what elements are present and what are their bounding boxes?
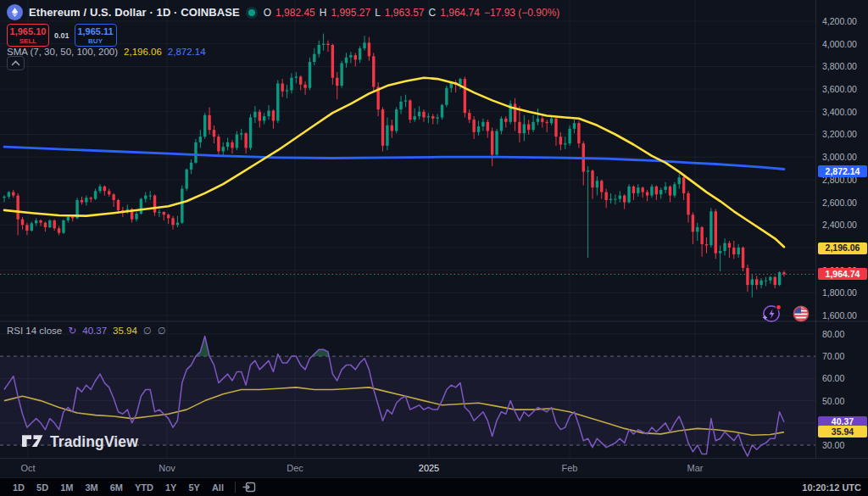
tradingview-watermark: TradingView (22, 433, 138, 451)
range-button-5d[interactable]: 5D (31, 481, 54, 494)
tradingview-logo-icon (22, 434, 43, 450)
candle-body (573, 123, 576, 129)
candle-body (431, 116, 434, 119)
time-axis-label-dec[interactable]: Dec (287, 463, 303, 473)
axis-tick-label: 1,600.00 (822, 310, 857, 320)
go-to-date-icon[interactable] (242, 481, 257, 493)
candle-body (31, 223, 33, 231)
range-button-1d[interactable]: 1D (7, 481, 31, 494)
candle-body (409, 100, 411, 120)
sell-label: SELL (8, 36, 48, 47)
price-tag[interactable]: 35.94 (818, 426, 867, 437)
rsi-ma-value: 35.94 (113, 326, 137, 336)
candle-body (619, 196, 621, 199)
range-button-1y[interactable]: 1Y (159, 481, 182, 494)
candle-body (719, 251, 721, 254)
ethereum-icon (7, 4, 23, 20)
candle-body (531, 122, 534, 130)
buy-button[interactable]: 1,965.11 BUY (75, 24, 117, 47)
time-axis-label-nov[interactable]: Nov (159, 463, 175, 473)
candle-body (587, 170, 589, 171)
us-flag-icon[interactable] (791, 302, 811, 324)
ohlc-readout: O1,982.45 H1,995.27 L1,963.57 C1,964.74 … (264, 7, 560, 19)
market-status-dot[interactable] (248, 9, 255, 16)
range-button-all[interactable]: All (206, 481, 230, 494)
candle-body (774, 277, 776, 285)
candle-body (705, 244, 708, 245)
rsi-source-icon[interactable]: ↻ (68, 326, 76, 336)
candle-body (596, 181, 598, 187)
legend-collapse-button[interactable] (7, 56, 25, 70)
range-button-ytd[interactable]: YTD (129, 481, 159, 494)
candle-body (504, 119, 507, 122)
price-tag[interactable]: 1,964.74 (818, 268, 867, 280)
candle-body (331, 45, 334, 78)
candle-body (554, 119, 557, 137)
symbol-title[interactable]: Ethereum / U.S. Dollar · 1D · COINBASE (29, 6, 240, 19)
candle-body (85, 198, 87, 202)
candle-body (614, 199, 616, 200)
axis-tick-label: 3,000.00 (822, 152, 857, 162)
candle-body (226, 142, 229, 147)
candle-body (153, 196, 156, 213)
candle-body (669, 187, 671, 196)
candle-body (477, 126, 480, 132)
candle-body (427, 116, 430, 117)
candle-body (249, 117, 252, 148)
candle-body (25, 225, 28, 231)
candle-body (664, 187, 666, 190)
candle-body (541, 119, 543, 122)
rsi-legend[interactable]: RSI 14 close ↻ 40.37 35.94 ∅ ∅ (7, 325, 166, 337)
range-button-1m[interactable]: 1M (54, 481, 79, 494)
range-button-5y[interactable]: 5Y (182, 481, 205, 494)
bottom-toolbar: 1D5D1M3M6MYTD1Y5YAll 10:20:12 UTC (0, 477, 868, 496)
sma-200-line[interactable] (4, 147, 784, 169)
pane-divider[interactable] (0, 320, 868, 322)
axis-tick-label: 1,800.00 (822, 287, 857, 298)
buy-price: 1,965.11 (75, 26, 116, 36)
rsi-empty-plot-1: ∅ (143, 325, 152, 337)
price-tag[interactable]: 2,872.14 (818, 165, 867, 177)
candle-body (313, 54, 315, 62)
price-axis[interactable]: 4,200.004,000.003,800.003,600.003,400.00… (815, 0, 868, 458)
candle-body (527, 124, 530, 130)
technicals-flash-icon[interactable] (761, 302, 783, 324)
candle-body (559, 137, 562, 144)
candle-body (213, 130, 215, 137)
close-label: C (429, 7, 437, 19)
time-axis-label-mar[interactable]: Mar (687, 463, 704, 473)
candle-body (632, 187, 635, 193)
price-tag[interactable]: 2,196.06 (818, 242, 867, 254)
time-axis-label-2025[interactable]: 2025 (419, 463, 439, 473)
candle-body (44, 223, 47, 227)
sma-legend-title: SMA (7, 30, 50, 100, 200) (7, 47, 118, 57)
range-button-6m[interactable]: 6M (104, 481, 129, 494)
candle-body (591, 170, 593, 187)
candle-body (263, 116, 265, 120)
candle-body (140, 199, 142, 214)
sell-button[interactable]: 1,965.10 SELL (7, 24, 49, 47)
axis-tick-label: 60.00 (822, 373, 844, 383)
candle-body (194, 142, 197, 163)
candle-body (627, 187, 630, 203)
candle-body (646, 192, 648, 196)
time-axis-label-oct[interactable]: Oct (20, 463, 35, 473)
axis-tick-label: 30.00 (822, 440, 844, 450)
candle-body (349, 55, 352, 58)
candle-body (354, 55, 357, 59)
utc-clock[interactable]: 10:20:12 UTC (802, 482, 861, 493)
candle-body (176, 223, 179, 226)
candle-body (623, 196, 626, 203)
time-axis[interactable]: OctNovDec2025FebMar (0, 458, 868, 477)
range-button-3m[interactable]: 3M (79, 481, 103, 494)
candle-body (240, 133, 242, 134)
candle-body (90, 198, 92, 198)
buy-label: BUY (75, 36, 116, 47)
sma-legend[interactable]: SMA (7, 30, 50, 100, 200) 2,196.06 2,872… (7, 47, 206, 57)
candle-body (345, 58, 348, 64)
candle-body (723, 243, 726, 251)
axis-tick-label: 4,000.00 (822, 39, 857, 49)
candle-body (281, 83, 283, 91)
time-axis-label-feb[interactable]: Feb (562, 463, 578, 473)
candle-body (700, 227, 703, 244)
